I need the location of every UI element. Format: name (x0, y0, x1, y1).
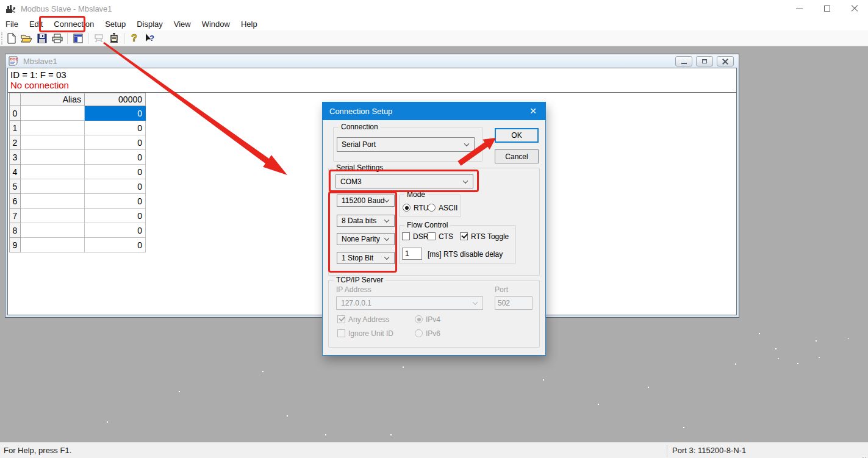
ip-address-value: 127.0.0.1 (341, 299, 371, 307)
print-button[interactable] (50, 32, 64, 45)
parity-dropdown[interactable]: None Parity (337, 233, 395, 245)
menu-help[interactable]: Help (235, 18, 263, 30)
value-header-cell[interactable]: 00000 (85, 93, 146, 106)
context-help-button[interactable]: ? (143, 32, 157, 45)
row-header-cell[interactable]: 5 (10, 179, 21, 194)
alias-cell[interactable] (21, 209, 85, 223)
communication-button[interactable] (107, 32, 121, 45)
alias-cell[interactable] (21, 106, 85, 121)
row-header-cell[interactable]: 6 (10, 194, 21, 209)
value-cell[interactable]: 0 (85, 223, 146, 238)
menu-view[interactable]: View (168, 18, 196, 30)
doc-restore-icon (702, 59, 707, 63)
svg-text:?: ? (149, 34, 154, 43)
minimize-icon (796, 9, 803, 9)
alias-cell[interactable] (21, 150, 85, 165)
dialog-title-bar[interactable]: Connection Setup ✕ (322, 102, 546, 120)
rts-delay-input[interactable]: 1 (402, 248, 422, 260)
row-header-cell[interactable]: 2 (10, 135, 21, 150)
screen: Modbus Slave - Mbslave1 FileEditConnecti… (0, 0, 868, 458)
port-input: 502 (495, 296, 533, 310)
corner-header-cell[interactable] (10, 93, 21, 106)
checkbox-icon (428, 232, 436, 240)
alias-cell[interactable] (21, 165, 85, 179)
value-cell[interactable]: 0 (85, 135, 146, 150)
maximize-button[interactable] (813, 0, 841, 17)
doc-minimize-icon (681, 63, 687, 64)
status-port-text: Port 3: 115200-8-N-1 (672, 446, 746, 455)
row-header-cell[interactable]: 3 (10, 150, 21, 165)
row-header-cell[interactable]: 7 (10, 209, 21, 223)
radio-icon (428, 204, 436, 212)
dsr-checkbox[interactable]: DSR (402, 232, 428, 241)
chevron-down-icon (473, 300, 478, 305)
data-bits-dropdown[interactable]: 8 Data bits (337, 215, 395, 227)
ascii-radio[interactable]: ASCII (428, 204, 457, 212)
row-header-cell[interactable]: 4 (10, 165, 21, 179)
baud-rate-dropdown[interactable]: 115200 Baud (337, 195, 395, 207)
value-cell[interactable]: 0 (85, 238, 146, 252)
cts-checkbox[interactable]: CTS (428, 232, 453, 241)
new-file-icon (6, 33, 16, 44)
communication-icon (109, 33, 120, 43)
help-button[interactable]: ? (127, 32, 142, 45)
document-title: Mbslave1 (23, 57, 57, 66)
background-dots (0, 0, 1, 1)
alias-cell[interactable] (21, 194, 85, 209)
menu-edit[interactable]: Edit (24, 18, 48, 30)
table-row: 00 (10, 106, 146, 121)
status-bar: For Help, press F1. Port 3: 115200-8-N-1 (0, 442, 868, 458)
menu-connection[interactable]: Connection (48, 18, 99, 30)
alias-cell[interactable] (21, 179, 85, 194)
value-cell[interactable]: 0 (85, 179, 146, 194)
dialog-close-button[interactable]: ✕ (520, 102, 546, 120)
alias-cell[interactable] (21, 223, 85, 238)
toolbar-separator (124, 33, 124, 44)
display-definition-button[interactable] (71, 32, 85, 45)
new-file-button[interactable] (4, 32, 18, 45)
open-file-button[interactable] (20, 32, 34, 45)
document-icon: DOC (9, 56, 19, 66)
menu-setup[interactable]: Setup (99, 18, 131, 30)
com-port-dropdown[interactable]: COM3 (335, 174, 473, 188)
minimize-button[interactable] (786, 0, 813, 17)
rts-toggle-checkbox[interactable]: RTS Toggle (460, 232, 509, 241)
menu-window[interactable]: Window (196, 18, 235, 30)
display-definition-icon (73, 34, 83, 43)
save-button[interactable] (35, 32, 49, 45)
parity-value: None Parity (342, 235, 380, 243)
alias-cell[interactable] (21, 135, 85, 150)
close-button[interactable] (841, 0, 868, 17)
cancel-button[interactable]: Cancel (495, 149, 539, 163)
row-header-cell[interactable]: 9 (10, 238, 21, 252)
ok-button[interactable]: OK (495, 128, 539, 143)
alias-header-cell[interactable]: Alias (21, 93, 85, 106)
flow-control-label: Flow Control (404, 221, 450, 229)
document-title-bar[interactable]: DOC Mbslave1 (5, 54, 739, 68)
tcp-server-label: TCP/IP Server (334, 276, 386, 284)
rtu-radio[interactable]: RTU (403, 204, 428, 212)
title-bar: Modbus Slave - Mbslave1 (0, 0, 868, 17)
row-header-cell[interactable]: 1 (10, 121, 21, 135)
doc-minimize-button[interactable] (675, 56, 692, 66)
value-cell[interactable]: 0 (85, 165, 146, 179)
value-cell[interactable]: 0 (85, 209, 146, 223)
register-id-text: ID = 1: F = 03 (10, 70, 66, 80)
resize-grip-icon[interactable] (865, 455, 866, 456)
doc-restore-button[interactable] (696, 56, 713, 66)
connection-type-dropdown[interactable]: Serial Port (337, 137, 475, 152)
poll-definition-button[interactable] (91, 32, 106, 45)
doc-close-button[interactable] (717, 56, 734, 66)
menu-file[interactable]: File (0, 18, 24, 30)
row-header-cell[interactable]: 0 (10, 106, 21, 121)
value-cell[interactable]: 0 (85, 121, 146, 135)
value-cell[interactable]: 0 (85, 194, 146, 209)
menu-display[interactable]: Display (131, 18, 168, 30)
row-header-cell[interactable]: 8 (10, 223, 21, 238)
alias-cell[interactable] (21, 238, 85, 252)
value-cell-selected[interactable]: 0 (85, 106, 146, 121)
stop-bits-dropdown[interactable]: 1 Stop Bit (337, 252, 395, 264)
any-address-checkbox: Any Address (337, 315, 389, 324)
value-cell[interactable]: 0 (85, 150, 146, 165)
alias-cell[interactable] (21, 121, 85, 135)
